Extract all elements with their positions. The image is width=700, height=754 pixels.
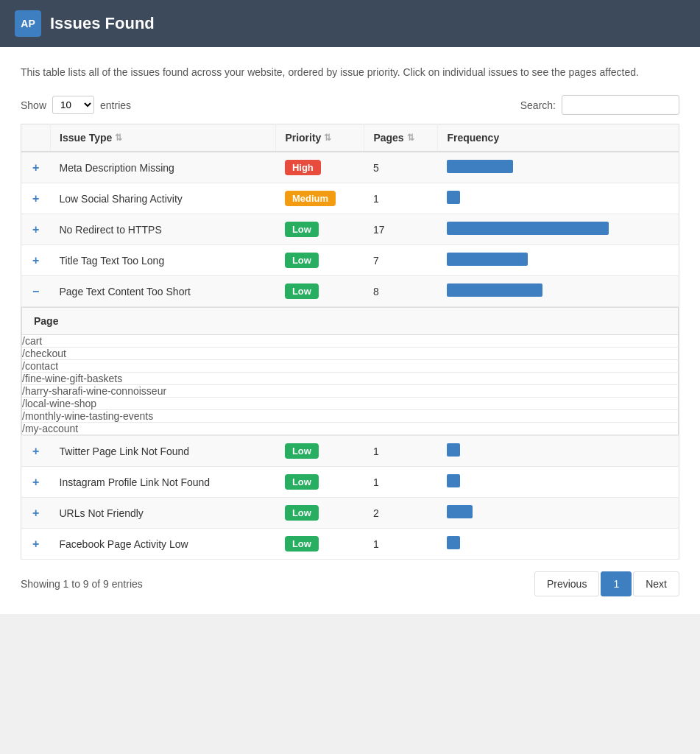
- frequency-cell: [438, 276, 679, 307]
- priority-badge: Low: [285, 283, 319, 299]
- pages-cell: 2: [364, 498, 438, 529]
- priority-cell: Low: [276, 276, 364, 307]
- page-title: Issues Found: [50, 14, 155, 33]
- sort-icon-issue-type: ⇅: [115, 133, 122, 143]
- page-wrapper: AP Issues Found This table lists all of …: [0, 0, 700, 614]
- main-content: This table lists all of the issues found…: [0, 47, 700, 614]
- priority-cell: Medium: [276, 183, 364, 214]
- issue-type-cell: Instagram Profile Link Not Found: [51, 467, 276, 498]
- expanded-cell: Page/cart/checkout/contact/fine-wine-gif…: [21, 307, 679, 436]
- th-priority: Priority ⇅: [276, 124, 364, 152]
- priority-badge: Medium: [285, 191, 336, 206]
- priority-badge: Low: [285, 222, 319, 237]
- priority-cell: Low: [276, 529, 364, 560]
- frequency-cell: [438, 529, 679, 560]
- pages-cell: 1: [364, 529, 438, 560]
- frequency-bar: [447, 160, 513, 173]
- table-body: +Meta Description MissingHigh5+Low Socia…: [21, 152, 679, 560]
- next-button[interactable]: Next: [633, 571, 679, 596]
- pagination: Previous 1 Next: [534, 571, 679, 596]
- page-1-button[interactable]: 1: [601, 571, 632, 596]
- table-row: +URLs Not FriendlyLow2: [21, 498, 679, 529]
- frequency-cell: [438, 152, 679, 183]
- entries-select[interactable]: 10 25 50 100: [52, 96, 94, 114]
- frequency-bar: [447, 536, 460, 549]
- entries-info: Showing 1 to 9 of 9 entries: [21, 578, 143, 590]
- priority-badge: High: [285, 160, 321, 175]
- pages-subtable: Page/cart/checkout/contact/fine-wine-gif…: [21, 307, 679, 435]
- frequency-cell: [438, 498, 679, 529]
- frequency-cell: [438, 436, 679, 467]
- pages-cell: 1: [364, 436, 438, 467]
- expand-cell[interactable]: +: [21, 436, 51, 467]
- priority-badge: Low: [285, 253, 319, 268]
- list-item: /local-wine-shop: [22, 398, 679, 410]
- pages-cell: 5: [364, 152, 438, 183]
- table-row: +Twitter Page Link Not FoundLow1: [21, 436, 679, 467]
- frequency-bar: [447, 222, 609, 235]
- description-text: This table lists all of the issues found…: [21, 65, 679, 80]
- issues-table: Issue Type ⇅ Priority ⇅ Pages ⇅: [21, 124, 679, 560]
- list-item: /fine-wine-gift-baskets: [22, 373, 679, 385]
- sort-icon-priority: ⇅: [324, 133, 331, 143]
- priority-cell: Low: [276, 245, 364, 276]
- priority-cell: Low: [276, 498, 364, 529]
- expand-cell[interactable]: +: [21, 467, 51, 498]
- issue-type-cell: Twitter Page Link Not Found: [51, 436, 276, 467]
- controls-row: Show 10 25 50 100 entries Search:: [21, 95, 679, 115]
- expand-cell[interactable]: −: [21, 276, 51, 307]
- list-item: /contact: [22, 360, 679, 373]
- issue-type-cell: No Redirect to HTTPS: [51, 214, 276, 245]
- logo: AP: [15, 10, 41, 37]
- table-row: +Title Tag Text Too LongLow7: [21, 245, 679, 276]
- th-expand: [21, 124, 51, 152]
- pages-subtable-header: Page: [22, 308, 679, 335]
- table-row: +Low Social Sharing ActivityMedium1: [21, 183, 679, 214]
- page-cell: /my-account: [22, 423, 679, 435]
- issue-type-cell: Facebook Page Activity Low: [51, 529, 276, 560]
- logo-text: AP: [21, 18, 35, 29]
- issue-type-cell: Meta Description Missing: [51, 152, 276, 183]
- expand-cell[interactable]: +: [21, 214, 51, 245]
- previous-button[interactable]: Previous: [534, 571, 599, 596]
- table-row: −Page Text Content Too ShortLow8: [21, 276, 679, 307]
- expand-cell[interactable]: +: [21, 152, 51, 183]
- priority-cell: Low: [276, 436, 364, 467]
- page-cell: /monthly-wine-tasting-events: [22, 410, 679, 423]
- list-item: /checkout: [22, 348, 679, 360]
- expanded-row: Page/cart/checkout/contact/fine-wine-gif…: [21, 307, 679, 436]
- expand-cell[interactable]: +: [21, 529, 51, 560]
- frequency-cell: [438, 183, 679, 214]
- list-item: /cart: [22, 335, 679, 348]
- priority-cell: High: [276, 152, 364, 183]
- list-item: /harry-sharafi-wine-connoisseur: [22, 385, 679, 398]
- priority-badge: Low: [285, 505, 319, 521]
- priority-badge: Low: [285, 474, 319, 490]
- table-row: +Meta Description MissingHigh5: [21, 152, 679, 183]
- search-label: Search:: [520, 99, 556, 111]
- th-issue-type: Issue Type ⇅: [51, 124, 276, 152]
- page-cell: /checkout: [22, 348, 679, 360]
- frequency-cell: [438, 214, 679, 245]
- priority-badge: Low: [285, 536, 319, 552]
- frequency-bar: [447, 505, 473, 518]
- issue-type-cell: Title Tag Text Too Long: [51, 245, 276, 276]
- table-row: +Instagram Profile Link Not FoundLow1: [21, 467, 679, 498]
- priority-badge: Low: [285, 443, 319, 459]
- show-entries: Show 10 25 50 100 entries: [21, 96, 131, 114]
- sort-icon-pages: ⇅: [407, 133, 414, 143]
- page-cell: /harry-sharafi-wine-connoisseur: [22, 385, 679, 398]
- frequency-bar: [447, 253, 528, 266]
- issue-type-cell: Low Social Sharing Activity: [51, 183, 276, 214]
- priority-cell: Low: [276, 467, 364, 498]
- search-input[interactable]: [562, 95, 679, 115]
- table-footer: Showing 1 to 9 of 9 entries Previous 1 N…: [21, 571, 679, 596]
- page-cell: /fine-wine-gift-baskets: [22, 373, 679, 385]
- expand-cell[interactable]: +: [21, 245, 51, 276]
- frequency-bar: [447, 191, 460, 204]
- page-header: AP Issues Found: [0, 0, 700, 47]
- pages-cell: 1: [364, 467, 438, 498]
- expand-cell[interactable]: +: [21, 498, 51, 529]
- expand-cell[interactable]: +: [21, 183, 51, 214]
- table-row: +Facebook Page Activity LowLow1: [21, 529, 679, 560]
